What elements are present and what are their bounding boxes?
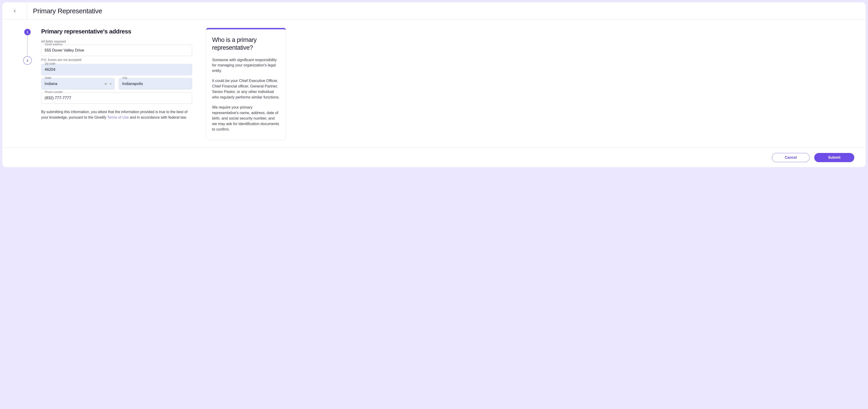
info-column: Who is a primary representative? Someone… — [206, 28, 286, 143]
disclosure-text: By submitting this information, you atte… — [41, 109, 192, 120]
info-paragraph-3: We require your primary representative's… — [212, 105, 280, 132]
city-field: City — [119, 78, 192, 90]
phone-label: Phone number — [44, 90, 64, 94]
info-title: Who is a primary representative? — [212, 36, 280, 52]
po-box-note: P.O. boxes are not accepted — [41, 58, 192, 62]
terms-of-use-link[interactable]: Terms of Use — [107, 115, 129, 119]
street-address-label: Street address — [44, 43, 64, 46]
state-select-controls — [104, 82, 112, 85]
phone-input[interactable] — [41, 92, 192, 104]
chevron-left-icon — [12, 9, 17, 13]
zip-code-field: Zip code — [41, 64, 192, 75]
clear-icon[interactable] — [104, 82, 107, 85]
info-paragraph-1: Someone with significant responsibility … — [212, 57, 280, 74]
phone-field: Phone number — [41, 92, 192, 104]
window-frame: Primary Representative 1 2 Primary repre… — [2, 2, 866, 167]
city-input[interactable] — [119, 78, 192, 90]
zip-code-input[interactable] — [41, 64, 192, 75]
page-header: Primary Representative — [2, 2, 866, 20]
form-title: Primary representative's address — [41, 28, 192, 35]
street-address-input[interactable] — [41, 45, 192, 56]
form-column: Primary representative's address All fie… — [41, 28, 206, 143]
page-body: 1 2 Primary representative's address All… — [2, 20, 866, 148]
step-2-marker: 2 — [24, 57, 31, 64]
footer-bar: Cancel Submit — [2, 148, 866, 167]
back-button[interactable] — [2, 2, 27, 20]
chevron-down-icon[interactable] — [109, 82, 112, 85]
page-title: Primary Representative — [27, 7, 102, 15]
city-label: City — [122, 76, 128, 80]
cancel-button[interactable]: Cancel — [772, 153, 810, 162]
state-label: State — [44, 76, 52, 80]
step-connector — [27, 35, 28, 57]
progress-steps: 1 2 — [14, 28, 41, 143]
zip-code-label: Zip code — [44, 62, 56, 65]
state-field: State — [41, 78, 115, 90]
info-card: Who is a primary representative? Someone… — [206, 28, 286, 140]
disclosure-post: and in accordance with federal law. — [129, 115, 187, 119]
submit-button[interactable]: Submit — [814, 153, 854, 162]
state-select[interactable] — [41, 78, 115, 90]
street-address-field: Street address — [41, 45, 192, 56]
info-paragraph-2: It could be your Chief Executive Officer… — [212, 78, 280, 100]
state-city-row: State City — [41, 78, 192, 92]
step-1-marker: 1 — [24, 29, 31, 35]
required-hint: All fields required — [41, 39, 192, 43]
